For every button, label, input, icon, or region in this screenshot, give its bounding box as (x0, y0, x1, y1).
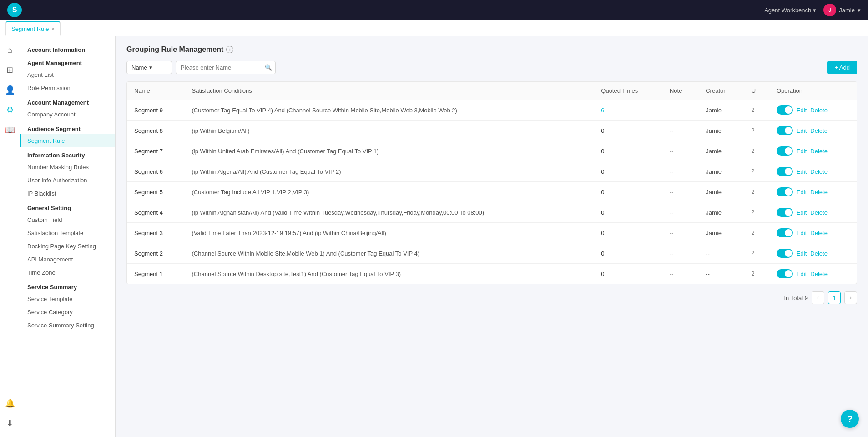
sidebar-section-account-information: Account Information (20, 42, 115, 55)
user-menu[interactable]: J Jamie ▾ (823, 4, 861, 16)
cell-name: Segment 8 (127, 121, 185, 141)
delete-button[interactable]: Delete (810, 148, 828, 155)
segment-rule-tab[interactable]: Segment Rule × (5, 21, 61, 36)
toggle-1[interactable] (777, 126, 793, 135)
toggle-4[interactable] (777, 187, 793, 196)
cell-quoted-times: 0 (594, 161, 662, 182)
pagination-next[interactable]: › (844, 291, 857, 304)
add-button[interactable]: + Add (827, 61, 857, 74)
sidebar-item-role-permission[interactable]: Role Permission (20, 81, 115, 95)
edit-button[interactable]: Edit (797, 107, 807, 114)
toggle-3[interactable] (777, 167, 793, 176)
table-row: Segment 2 (Channel Source Within Mobile … (127, 243, 857, 264)
sidebar-item-api-management[interactable]: API Management (20, 253, 115, 266)
search-wrapper: 🔍 (176, 61, 276, 74)
edit-button[interactable]: Edit (797, 250, 807, 257)
delete-button[interactable]: Delete (810, 107, 828, 114)
nav-book-icon[interactable]: 📖 (2, 122, 18, 138)
toggle-8[interactable] (777, 269, 793, 278)
cell-operation: Edit Delete (769, 100, 857, 121)
nav-download-icon[interactable]: ⬇ (2, 415, 18, 432)
sidebar-item-company-account[interactable]: Company Account (20, 108, 115, 121)
sidebar-item-number-masking-rules[interactable]: Number Masking Rules (20, 161, 115, 174)
sidebar-item-segment-rule[interactable]: Segment Rule (20, 134, 115, 147)
cell-name: Segment 5 (127, 182, 185, 202)
info-icon[interactable]: i (226, 46, 233, 53)
quoted-times-value: 0 (601, 230, 604, 236)
cell-update: 2 (744, 161, 769, 182)
edit-button[interactable]: Edit (797, 189, 807, 196)
sidebar-item-service-template[interactable]: Service Template (20, 292, 115, 306)
sidebar-item-service-category[interactable]: Service Category (20, 306, 115, 319)
delete-button[interactable]: Delete (810, 271, 828, 277)
nav-settings-icon[interactable]: ⚙ (2, 102, 18, 118)
edit-button[interactable]: Edit (797, 168, 807, 175)
workbench-selector[interactable]: Agent Workbench ▾ (764, 7, 816, 14)
sidebar-item-service-summary-setting[interactable]: Service Summary Setting (20, 319, 115, 332)
pagination-total: In Total 9 (784, 295, 808, 301)
cell-quoted-times: 6 (594, 100, 662, 121)
cell-name: Segment 2 (127, 243, 185, 264)
col-operation: Operation (769, 82, 857, 100)
cell-note: -- (662, 121, 698, 141)
sidebar-item-satisfaction-template[interactable]: Satisfaction Template (20, 226, 115, 240)
sidebar-item-time-zone[interactable]: Time Zone (20, 266, 115, 279)
search-icon: 🔍 (265, 64, 272, 71)
cell-conditions: (ip Within Belgium/All) (185, 121, 594, 141)
avatar: J (823, 4, 836, 16)
nav-bell-icon[interactable]: 🔔 (2, 395, 18, 412)
toggle-2[interactable] (777, 146, 793, 156)
pagination-prev[interactable]: ‹ (812, 291, 824, 304)
operation-links: Edit Delete (777, 126, 849, 135)
segments-table: Name Satisfaction Conditions Quoted Time… (127, 82, 857, 284)
delete-button[interactable]: Delete (810, 250, 828, 257)
cell-creator: Jamie (698, 223, 744, 243)
cell-operation: Edit Delete (769, 161, 857, 182)
cell-creator: Jamie (698, 182, 744, 202)
search-input[interactable] (176, 61, 276, 74)
cell-quoted-times: 0 (594, 264, 662, 284)
cell-update: 2 (744, 121, 769, 141)
delete-button[interactable]: Delete (810, 209, 828, 216)
table-row: Segment 8 (ip Within Belgium/All) 0 -- J… (127, 121, 857, 141)
nav-home-icon[interactable]: ⌂ (2, 42, 18, 58)
cell-conditions: (Channel Source Within Desktop site,Test… (185, 264, 594, 284)
cell-creator: Jamie (698, 141, 744, 161)
table-header-row: Name Satisfaction Conditions Quoted Time… (127, 82, 857, 100)
nav-people-icon[interactable]: 👤 (2, 82, 18, 98)
nav-grid-icon[interactable]: ⊞ (2, 62, 18, 78)
delete-button[interactable]: Delete (810, 189, 828, 196)
sidebar-section-general-setting: General Setting Custom Field Satisfactio… (20, 200, 115, 279)
sidebar-item-user-info-authorization[interactable]: User-info Authorization (20, 174, 115, 187)
edit-button[interactable]: Edit (797, 230, 807, 236)
sidebar-item-ip-blacklist[interactable]: IP Blacklist (20, 187, 115, 200)
operation-links: Edit Delete (777, 249, 849, 258)
cell-name: Segment 3 (127, 223, 185, 243)
toggle-7[interactable] (777, 249, 793, 258)
edit-button[interactable]: Edit (797, 127, 807, 134)
cell-quoted-times: 0 (594, 121, 662, 141)
filter-select[interactable]: Name ▾ (126, 61, 172, 74)
cell-note: -- (662, 141, 698, 161)
delete-button[interactable]: Delete (810, 230, 828, 236)
sidebar-item-docking-page-key-setting[interactable]: Docking Page Key Setting (20, 240, 115, 253)
delete-button[interactable]: Delete (810, 168, 828, 175)
sidebar-item-custom-field[interactable]: Custom Field (20, 213, 115, 226)
toggle-0[interactable] (777, 105, 793, 115)
quoted-times-value: 0 (601, 250, 604, 257)
edit-button[interactable]: Edit (797, 271, 807, 277)
cell-note: -- (662, 202, 698, 223)
quoted-times-link[interactable]: 6 (601, 107, 604, 114)
cell-note: -- (662, 223, 698, 243)
help-button[interactable]: ? (841, 410, 859, 428)
edit-button[interactable]: Edit (797, 148, 807, 155)
toggle-6[interactable] (777, 228, 793, 237)
cell-conditions: (Channel Source Within Mobile Site,Mobil… (185, 243, 594, 264)
tab-close-icon[interactable]: × (51, 26, 54, 31)
sidebar-section-account-management: Account Management Company Account (20, 95, 115, 121)
delete-button[interactable]: Delete (810, 127, 828, 134)
sidebar-item-agent-list[interactable]: Agent List (20, 68, 115, 81)
toggle-5[interactable] (777, 208, 793, 217)
edit-button[interactable]: Edit (797, 209, 807, 216)
sidebar-section-title-audience-segment: Audience Segment (20, 121, 115, 134)
